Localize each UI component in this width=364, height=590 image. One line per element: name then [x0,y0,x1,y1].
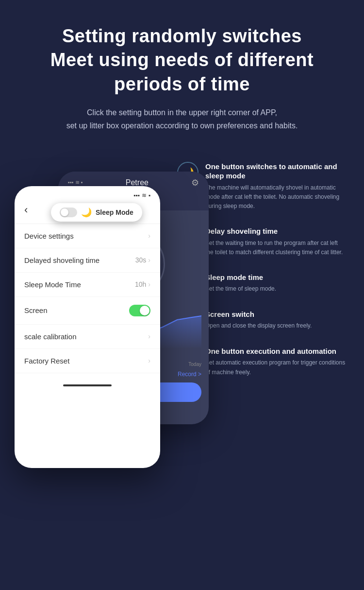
chevron-icon: › [148,357,150,364]
wifi-icon: ≋ [142,192,147,199]
feature-title: Delay shoveling time [205,226,347,236]
chevron-icon: › [148,332,150,340]
settings-item[interactable]: Delayed shoveling time30s› [15,248,160,273]
status-icons: ▪▪▪ ≋ ▪ [133,192,150,199]
feature-title: Sleep mode time [205,273,276,282]
screen-toggle[interactable] [129,305,150,316]
settings-item[interactable]: Device settings› [15,224,160,248]
settings-item-label: scale calibration [24,332,77,341]
sleep-toggle[interactable] [60,208,77,217]
settings-item-label: Device settings [24,232,74,240]
feature-title: One button execution and automation [205,347,347,356]
feature-desc: Open and close the display screen freely… [205,321,312,330]
home-indicator [63,384,112,386]
settings-item-label: Sleep Mode Time [24,280,81,289]
settings-item-right: › [148,332,150,340]
settings-item[interactable]: scale calibration› [15,325,160,349]
gear-icon: ⚙ [191,177,199,188]
feature-desc: The machine will automatically shovel in… [205,183,347,211]
chevron-icon: › [148,256,150,264]
sleep-mode-label: Sleep Mode [96,208,133,216]
settings-item-right: 30s› [135,256,150,264]
back-arrow-icon[interactable]: ‹ [24,204,28,216]
phone-container: ▪▪▪ ≋ ▪ Petree ⚙ ‹ [10,157,165,439]
settings-item-label: Screen [24,306,48,314]
feature-text: Screen switchOpen and close the display … [205,310,312,331]
settings-item-right [129,305,150,316]
chevron-icon: › [148,232,150,240]
bg-app-name: Petree [126,178,149,187]
settings-item-value: 10h [135,280,146,288]
feature-desc: Set automatic execution program for trig… [205,358,347,377]
bg-status-bar: ▪▪▪ ≋ ▪ [68,179,83,186]
fg-phone: ▪▪▪ ≋ ▪ ‹ Set Device settings›Delayed sh… [15,186,160,468]
fg-phone-bottom [15,378,160,393]
chevron-icon: › [148,280,150,288]
fg-status-bar: ▪▪▪ ≋ ▪ [15,186,160,201]
settings-item-right: 10h› [135,280,150,288]
signal-icon: ▪▪▪ [133,192,140,199]
feature-text: Sleep mode timeSet the time of sleep mod… [205,273,276,294]
feature-text: Delay shoveling timeSet the waiting time… [205,226,347,257]
main-title: Setting randomly switchesMeet using need… [19,24,345,96]
battery-icon: ▪ [149,192,150,199]
settings-item-label: Delayed shoveling time [24,256,99,264]
feature-title: One button switches to automatic and sle… [205,162,347,181]
sleep-mode-badge: 🌙 Sleep Mode [51,203,142,222]
settings-item-right: › [148,357,150,364]
settings-item[interactable]: Factory Reset› [15,349,160,373]
feature-desc: Set the waiting time to run the program … [205,239,347,257]
feature-title: Screen switch [205,310,312,319]
feature-text: One button switches to automatic and sle… [205,162,347,211]
settings-item-value: 30s [135,256,147,264]
feature-text: One button execution and automationSet a… [205,347,347,377]
settings-item-label: Factory Reset [24,357,69,365]
settings-item[interactable]: Screen [15,297,160,325]
graph-label-today: Today [188,362,201,367]
moon-icon: 🌙 [81,207,92,218]
content-area: ▪▪▪ ≋ ▪ Petree ⚙ ‹ [0,147,364,468]
settings-list: Device settings›Delayed shoveling time30… [15,224,160,373]
header-section: Setting randomly switchesMeet using need… [0,0,364,147]
settings-item-right: › [148,232,150,240]
subtitle: Click the setting button in the upper ri… [19,106,345,132]
feature-desc: Set the time of sleep mode. [205,284,276,294]
settings-item[interactable]: Sleep Mode Time10h› [15,273,160,297]
